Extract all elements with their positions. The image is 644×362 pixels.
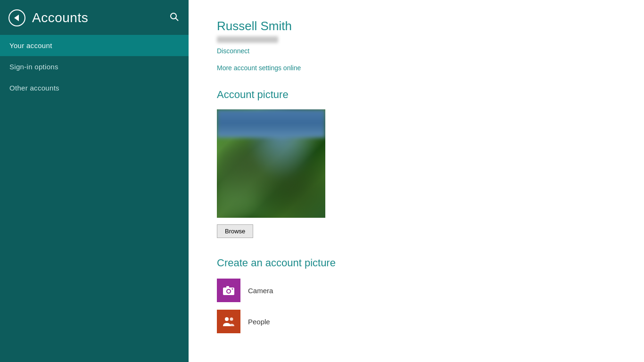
camera-app-item[interactable]: Camera [217,279,616,302]
camera-app-icon [217,279,240,302]
camera-icon [222,284,235,297]
svg-point-6 [232,288,233,290]
svg-point-8 [230,318,233,321]
search-icon [170,12,179,22]
main-content: Russell Smith Disconnect More account se… [189,0,644,362]
back-button[interactable] [8,9,25,26]
sidebar-item-other-accounts[interactable]: Other accounts [0,77,189,99]
sidebar-item-sign-in-options[interactable]: Sign-in options [0,56,189,77]
camera-app-label: Camera [248,287,273,295]
people-app-item[interactable]: People [217,310,616,333]
sidebar-title: Accounts [32,10,88,25]
sidebar-header: Accounts [0,0,189,35]
account-picture [217,109,325,218]
search-button[interactable] [170,12,179,24]
svg-rect-5 [226,286,229,288]
back-arrow-icon [14,15,19,21]
user-name: Russell Smith [217,19,616,33]
account-picture-title: Account picture [217,89,616,101]
people-app-label: People [248,318,270,326]
more-settings-link[interactable]: More account settings online [217,64,616,72]
browse-button[interactable]: Browse [217,224,253,238]
account-picture-container [217,109,325,218]
app-list: Camera People [217,279,616,333]
sidebar-item-your-account[interactable]: Your account [0,35,189,56]
create-picture-title: Create an account picture [217,257,616,269]
disconnect-link[interactable]: Disconnect [217,47,249,55]
people-icon [222,315,235,328]
sidebar: Accounts Your account Sign-in options Ot… [0,0,189,362]
svg-point-7 [225,317,229,321]
svg-point-4 [227,290,230,293]
svg-point-0 [171,13,176,19]
user-email-blurred [217,36,278,43]
svg-line-1 [176,18,179,21]
people-app-icon [217,310,240,333]
